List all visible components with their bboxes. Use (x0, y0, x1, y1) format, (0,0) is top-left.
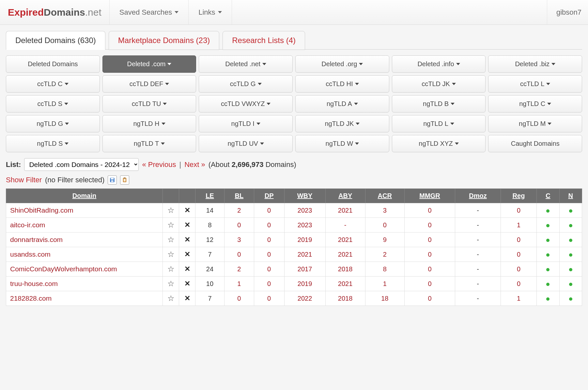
filter-btn-1-0[interactable]: ccTLD C (6, 75, 100, 93)
topnav-spacer (232, 0, 547, 24)
col-LE[interactable]: LE (195, 189, 224, 203)
filter-btn-1-1[interactable]: ccTLD DEF (102, 75, 196, 93)
remove-cell[interactable]: ✕ (179, 291, 195, 306)
filter-btn-0-3[interactable]: Deleted .org (295, 55, 389, 73)
save-icon[interactable] (108, 175, 117, 185)
star-cell[interactable]: ☆ (163, 247, 179, 262)
filter-btn-2-5[interactable]: ngTLD C (488, 95, 582, 112)
star-cell[interactable]: ☆ (163, 291, 179, 306)
filter-btn-1-3[interactable]: ccTLD HI (295, 75, 389, 93)
domain-cell[interactable]: aitco-ir.com (6, 218, 163, 232)
filter-btn-0-4[interactable]: Deleted .info (392, 55, 486, 73)
tab-1[interactable]: Marketplace Domains (23) (109, 31, 219, 50)
chevron-down-icon (162, 123, 165, 125)
star-cell[interactable]: ☆ (163, 203, 179, 218)
filter-btn-4-1[interactable]: ngTLD T (102, 135, 196, 152)
col-MMGR[interactable]: MMGR (404, 189, 455, 203)
close-icon[interactable]: ✕ (184, 294, 190, 302)
filter-btn-1-5[interactable]: ccTLD L (488, 75, 582, 93)
filter-btn-2-4[interactable]: ngTLD B (392, 95, 486, 112)
close-icon[interactable]: ✕ (184, 279, 190, 288)
star-icon[interactable]: ☆ (167, 279, 175, 288)
col-C[interactable]: C (537, 189, 559, 203)
star-icon[interactable]: ☆ (167, 250, 175, 259)
close-icon[interactable]: ✕ (184, 235, 190, 244)
cell-aby: 2021 (325, 232, 365, 247)
domain-cell[interactable]: usandss.com (6, 247, 163, 262)
filter-grid: Deleted DomainsDeleted .comDeleted .netD… (6, 55, 582, 152)
domain-cell[interactable]: ComicConDayWolverhampton.com (6, 262, 163, 277)
star-icon[interactable]: ☆ (167, 294, 175, 303)
filter-btn-1-2[interactable]: ccTLD G (199, 75, 293, 93)
filter-btn-3-1[interactable]: ngTLD H (102, 115, 196, 132)
remove-cell[interactable]: ✕ (179, 218, 195, 232)
remove-cell[interactable]: ✕ (179, 203, 195, 218)
chevron-down-icon (258, 83, 262, 85)
filter-btn-4-3[interactable]: ngTLD W (295, 135, 389, 152)
cell-dmoz: - (455, 232, 501, 247)
star-icon[interactable]: ☆ (167, 235, 175, 244)
filter-btn-3-2[interactable]: ngTLD I (199, 115, 293, 132)
tab-0[interactable]: Deleted Domains (630) (6, 31, 105, 50)
status-dot-icon (546, 268, 549, 271)
col-Domain[interactable]: Domain (6, 189, 163, 203)
col-ACR[interactable]: ACR (365, 189, 404, 203)
remove-cell[interactable]: ✕ (179, 232, 195, 247)
domain-cell[interactable]: 2182828.com (6, 291, 163, 306)
close-icon[interactable]: ✕ (184, 221, 190, 229)
star-icon[interactable]: ☆ (167, 264, 175, 273)
filter-btn-2-0[interactable]: ccTLD S (6, 95, 100, 112)
tab-2[interactable]: Research Lists (4) (223, 31, 305, 50)
domain-cell[interactable]: truu-house.com (6, 277, 163, 291)
star-cell[interactable]: ☆ (163, 262, 179, 277)
star-cell[interactable]: ☆ (163, 218, 179, 232)
col-WBY[interactable]: WBY (284, 189, 325, 203)
nav-saved-searches[interactable]: Saved Searches (110, 0, 189, 24)
filter-btn-0-1[interactable]: Deleted .com (102, 55, 196, 73)
domain-cell[interactable]: donnartravis.com (6, 232, 163, 247)
about-count: (About 2,696,973 Domains) (209, 160, 296, 169)
col-Reg[interactable]: Reg (501, 189, 536, 203)
filter-btn-0-5[interactable]: Deleted .biz (488, 55, 582, 73)
filter-btn-3-5[interactable]: ngTLD M (488, 115, 582, 132)
filter-btn-2-1[interactable]: ccTLD TU (102, 95, 196, 112)
col-BL[interactable]: BL (224, 189, 254, 203)
filter-btn-2-2[interactable]: ccTLD VWXYZ (199, 95, 293, 112)
close-icon[interactable]: ✕ (184, 250, 190, 258)
remove-cell[interactable]: ✕ (179, 262, 195, 277)
filter-btn-1-4[interactable]: ccTLD JK (392, 75, 486, 93)
col-ABY[interactable]: ABY (325, 189, 365, 203)
filter-btn-4-5[interactable]: Caught Domains (488, 135, 582, 152)
close-icon[interactable]: ✕ (184, 206, 190, 214)
col-DP[interactable]: DP (254, 189, 284, 203)
filter-btn-3-3[interactable]: ngTLD JK (295, 115, 389, 132)
star-cell[interactable]: ☆ (163, 277, 179, 291)
remove-cell[interactable]: ✕ (179, 247, 195, 262)
filter-btn-0-0[interactable]: Deleted Domains (6, 55, 100, 73)
prev-link[interactable]: « Previous (142, 160, 176, 169)
filter-btn-2-3[interactable]: ngTLD A (295, 95, 389, 112)
brand-logo[interactable]: ExpiredDomains.net (0, 0, 110, 24)
remove-cell[interactable]: ✕ (179, 277, 195, 291)
filter-btn-3-4[interactable]: ngTLD L (392, 115, 486, 132)
domain-cell[interactable]: ShinObitRadIng.com (6, 203, 163, 218)
star-icon[interactable]: ☆ (167, 220, 175, 229)
col-N[interactable]: N (559, 189, 582, 203)
star-cell[interactable]: ☆ (163, 232, 179, 247)
filter-btn-3-0[interactable]: ngTLD G (6, 115, 100, 132)
cell-n (559, 203, 582, 218)
filter-btn-4-2[interactable]: ngTLD UV (199, 135, 293, 152)
col-Dmoz[interactable]: Dmoz (455, 189, 501, 203)
show-filter-link[interactable]: Show Filter (6, 176, 42, 184)
nav-links[interactable]: Links (189, 0, 232, 24)
star-icon[interactable]: ☆ (167, 206, 175, 215)
filter-btn-4-4[interactable]: ngTLD XYZ (392, 135, 486, 152)
close-icon[interactable]: ✕ (184, 265, 190, 273)
filter-btn-4-0[interactable]: ngTLD S (6, 135, 100, 152)
next-link[interactable]: Next » (184, 160, 205, 169)
list-select[interactable]: Deleted .com Domains - 2024-12 (24, 158, 139, 171)
clipboard-icon[interactable] (120, 175, 129, 185)
table-row: ShinObitRadIng.com☆✕14202023202130-0 (6, 203, 582, 218)
filter-btn-0-2[interactable]: Deleted .net (199, 55, 293, 73)
nav-user[interactable]: gibson7 (547, 0, 588, 24)
